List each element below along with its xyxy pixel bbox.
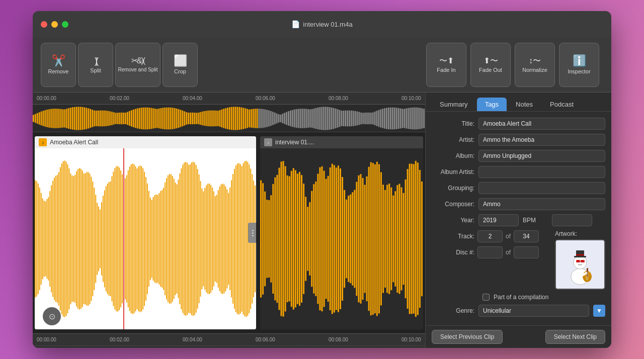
genre-select[interactable]: Unicellular — [478, 305, 589, 317]
main-content: 00:00.00 00:02.00 00:04.00 00:06.00 00:0… — [33, 93, 611, 348]
minimize-button[interactable] — [51, 21, 58, 28]
artwork-container: Artwork: — [555, 230, 605, 290]
album-artist-input[interactable] — [478, 166, 605, 178]
waveform-panel: 00:00.00 00:02.00 00:04.00 00:06.00 00:0… — [33, 93, 425, 348]
genre-dropdown-button[interactable]: ▼ — [593, 305, 605, 317]
track-number-input[interactable] — [477, 230, 503, 242]
timeline-ruler-top: 00:00.00 00:02.00 00:04.00 00:06.00 00:0… — [33, 93, 425, 105]
disc-total-input[interactable] — [514, 246, 539, 258]
bottom-ruler-mark-2: 00:04.00 — [183, 337, 202, 342]
album-input[interactable] — [478, 150, 605, 162]
window-title: 📄 interview 01.m4a — [291, 20, 352, 28]
composer-row: Composer: — [432, 198, 605, 210]
title-input[interactable] — [478, 118, 605, 130]
fade-in-icon: 〜⬆ — [439, 57, 454, 65]
composer-label: Composer: — [432, 201, 474, 208]
inspector-button[interactable]: ℹ️ Inspector — [559, 43, 599, 87]
tab-notes[interactable]: Notes — [508, 98, 541, 111]
clip-icon-1: ♪ — [39, 138, 47, 146]
clip-icon-2: ♪ — [264, 138, 272, 146]
maximize-button[interactable] — [62, 21, 68, 28]
inspector-panel: Summary Tags Notes Podcast Title: Artist… — [425, 93, 611, 348]
tab-tags[interactable]: Tags — [477, 98, 507, 111]
bottom-ruler-mark-3: 00:06.00 — [256, 337, 275, 342]
bpm-label: BPM — [523, 217, 548, 224]
waveform-container-2 — [260, 148, 423, 329]
clip-header-2: ♪ interview 01.... — [260, 136, 423, 148]
ruler-mark-5: 00:10.00 — [401, 96, 421, 101]
bottom-ruler-mark-0: 00:00.00 — [37, 337, 56, 342]
clip-nav-buttons: Select Previous Clip Select Next Clip — [426, 325, 611, 348]
split-icon: )|( — [95, 56, 97, 65]
artwork-box[interactable] — [555, 239, 605, 290]
fade-out-icon: ⬆〜 — [484, 57, 498, 65]
main-window: 📄 interview 01.m4a ✂️ Remove )|( Split ✂… — [33, 11, 611, 348]
disc-row: Disc #: of — [432, 246, 551, 258]
remove-label: Remove — [48, 68, 69, 74]
overview-waveform[interactable] — [33, 105, 425, 132]
track-disc-section: Track: of Disc #: of — [432, 230, 551, 290]
album-row: Album: — [432, 150, 605, 162]
year-bpm-row: Year: BPM — [432, 214, 605, 226]
artwork-image — [556, 240, 604, 289]
compilation-checkbox[interactable] — [482, 294, 490, 301]
playhead — [123, 148, 124, 329]
disc-label: Disc #: — [432, 249, 474, 256]
split-label: Split — [90, 67, 101, 73]
bottom-ruler-mark-1: 00:02.00 — [110, 337, 129, 342]
composer-input[interactable] — [478, 198, 605, 210]
close-button[interactable] — [41, 21, 47, 28]
normalize-button[interactable]: ↕〜 Normalize — [515, 43, 555, 87]
ruler-mark-1: 00:02.00 — [110, 96, 129, 101]
waveform-container-1: ⊙ — [35, 148, 256, 329]
fade-out-label: Fade Out — [479, 67, 502, 73]
track-of-label: of — [506, 233, 511, 240]
remove-and-split-label: Remove and Split — [118, 67, 158, 72]
tab-summary[interactable]: Summary — [432, 98, 476, 111]
clip-block-2[interactable]: ♪ interview 01.... — [260, 136, 423, 329]
normalize-icon: ↕〜 — [529, 57, 541, 65]
split-button[interactable]: )|( Split — [78, 43, 113, 87]
track-total-input[interactable] — [514, 230, 539, 242]
genre-row: Genre: Unicellular ▼ — [432, 305, 605, 317]
track-label: Track: — [432, 233, 474, 240]
year-input[interactable] — [478, 214, 519, 226]
next-clip-button[interactable]: Select Next Clip — [545, 330, 605, 344]
fade-out-button[interactable]: ⬆〜 Fade Out — [470, 43, 511, 87]
file-icon: 📄 — [291, 20, 300, 28]
svg-rect-5 — [576, 250, 584, 256]
track-artwork-row: Track: of Disc #: of — [432, 230, 605, 290]
ruler-mark-0: 00:00.00 — [37, 96, 56, 101]
normalize-label: Normalize — [522, 67, 547, 73]
grouping-input[interactable] — [478, 182, 605, 194]
ruler-mark-4: 00:08.00 — [329, 96, 348, 101]
toolbar: ✂️ Remove )|( Split ✂&)( Remove and Spli… — [33, 37, 611, 93]
clip-block-1[interactable]: ♪ Amoeba Alert Call ⊙ — [35, 136, 256, 329]
ruler-mark-2: 00:04.00 — [183, 96, 202, 101]
remove-button[interactable]: ✂️ Remove — [41, 43, 76, 87]
remove-and-split-button[interactable]: ✂&)( Remove and Split — [115, 43, 160, 87]
fade-in-button[interactable]: 〜⬆ Fade In — [426, 43, 466, 87]
crop-label: Crop — [174, 68, 186, 74]
bottom-ruler-marks: 00:00.00 00:02.00 00:04.00 00:06.00 00:0… — [37, 337, 421, 342]
genre-label: Genre: — [432, 307, 474, 314]
ruler-marks: 00:00.00 00:02.00 00:04.00 00:06.00 00:0… — [37, 96, 421, 101]
gain-control[interactable]: ⊙ — [43, 307, 61, 325]
inspector-form: Title: Artist: Album: Album Artist: — [426, 112, 611, 325]
prev-clip-button[interactable]: Select Previous Clip — [432, 330, 503, 344]
bottom-ruler-mark-4: 00:08.00 — [329, 337, 348, 342]
disc-number-input[interactable] — [477, 246, 503, 258]
inspector-tabs: Summary Tags Notes Podcast — [426, 93, 611, 112]
clip-track[interactable]: ♪ Amoeba Alert Call ⊙ — [33, 132, 425, 333]
titlebar: 📄 interview 01.m4a — [33, 11, 611, 37]
effects-tools-group: 〜⬆ Fade In ⬆〜 Fade Out ↕〜 Normalize ℹ️ I… — [424, 43, 599, 87]
bpm-input[interactable] — [552, 214, 592, 226]
compilation-row: Part of a compilation — [432, 294, 605, 301]
artist-input[interactable] — [478, 134, 605, 146]
artist-row: Artist: — [432, 134, 605, 146]
edit-tools-group: ✂️ Remove )|( Split ✂&)( Remove and Spli… — [41, 43, 198, 87]
crop-button[interactable]: ⬜ Crop — [163, 43, 198, 87]
resize-handle[interactable] — [248, 223, 256, 243]
title-label: Title: — [432, 120, 474, 127]
tab-podcast[interactable]: Podcast — [542, 98, 582, 111]
